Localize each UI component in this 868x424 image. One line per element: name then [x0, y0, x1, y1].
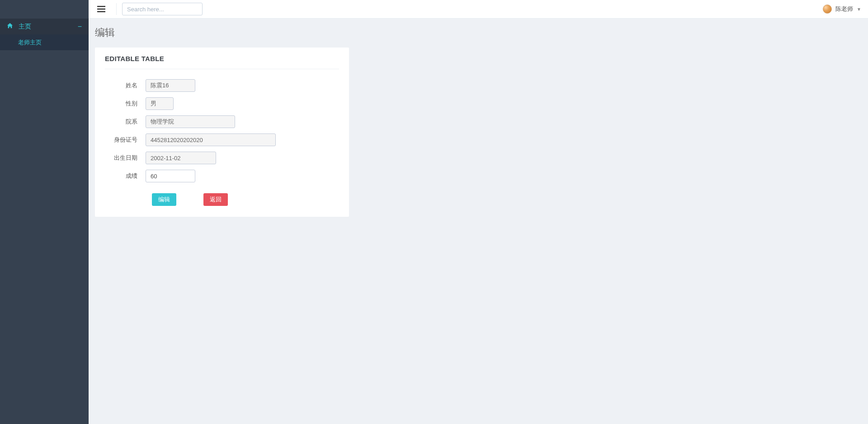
sidebar-subitem-label: 老师主页: [18, 38, 42, 47]
gender-label: 性别: [105, 100, 146, 108]
hamburger-menu[interactable]: [95, 4, 107, 14]
back-button[interactable]: 返回: [203, 193, 228, 206]
form-row-dept: 院系: [105, 115, 339, 128]
avatar: [823, 5, 832, 14]
idcard-input: [146, 133, 276, 146]
dept-input: [146, 115, 235, 128]
home-icon: [7, 23, 13, 30]
caret-down-icon: ▼: [857, 7, 861, 12]
username-label: 陈老师: [835, 5, 853, 13]
search-input[interactable]: [122, 3, 203, 15]
user-menu[interactable]: 陈老师 ▼: [823, 5, 861, 14]
form-row-grade: 成绩: [105, 170, 339, 182]
button-row: 编辑 返回: [105, 193, 339, 206]
topbar: 陈老师 ▼: [89, 0, 868, 19]
collapse-icon: −: [78, 23, 82, 30]
svg-rect-2: [97, 11, 105, 13]
form-row-idcard: 身份证号: [105, 133, 339, 146]
gender-input: [146, 97, 174, 110]
dob-input: [146, 152, 216, 164]
dept-label: 院系: [105, 118, 146, 126]
svg-rect-1: [97, 9, 105, 10]
name-input: [146, 79, 195, 92]
panel-title: EDITABLE TABLE: [105, 55, 339, 69]
content-area: 编辑 EDITABLE TABLE 姓名 性别 院系 身份证号: [89, 19, 868, 226]
sidebar-item-home[interactable]: 主页 −: [0, 19, 89, 34]
main-wrapper: 陈老师 ▼ 编辑 EDITABLE TABLE 姓名 性别 院系: [89, 0, 868, 226]
svg-rect-0: [97, 6, 105, 7]
topbar-divider: [116, 3, 117, 15]
grade-label: 成绩: [105, 172, 146, 180]
sidebar-spacer: [0, 0, 89, 19]
page-title: 编辑: [95, 26, 861, 39]
edit-button[interactable]: 编辑: [152, 193, 176, 206]
sidebar: 主页 − 老师主页: [0, 0, 89, 226]
sidebar-item-teacher-home[interactable]: 老师主页: [0, 34, 89, 50]
grade-input[interactable]: [146, 170, 195, 182]
name-label: 姓名: [105, 81, 146, 90]
dob-label: 出生日期: [105, 154, 146, 162]
edit-panel: EDITABLE TABLE 姓名 性别 院系 身份证号: [95, 48, 349, 217]
form-row-name: 姓名: [105, 79, 339, 92]
idcard-label: 身份证号: [105, 136, 146, 144]
sidebar-item-home-label: 主页: [19, 23, 31, 31]
form-row-dob: 出生日期: [105, 152, 339, 164]
sidebar-menu: 主页 − 老师主页: [0, 19, 89, 50]
form-row-gender: 性别: [105, 97, 339, 110]
